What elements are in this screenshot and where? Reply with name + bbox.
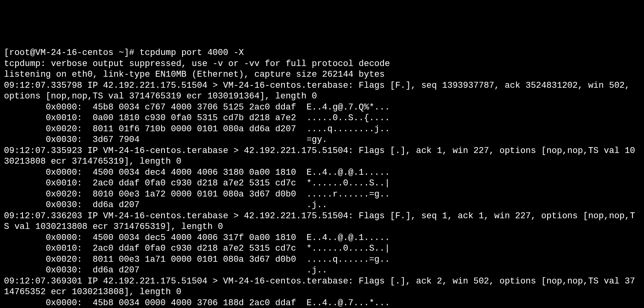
hex-line: 0x0000: 45b8 0034 0000 4000 3706 188d 2a… <box>4 298 390 308</box>
hex-line: 0x0020: 8011 01f6 710b 0000 0101 080a dd… <box>4 124 390 134</box>
hex-line: 0x0000: 4500 0034 dec5 4000 4006 317f 0a… <box>4 233 390 243</box>
hex-line: 0x0020: 8010 00e3 1a72 0000 0101 080a 3d… <box>4 189 390 199</box>
shell-prompt: [root@VM-24-16-centos ~]# <box>4 48 139 58</box>
hex-line: 0x0010: 2ac0 ddaf 0fa0 c930 d218 a7e2 53… <box>4 178 390 188</box>
packet-summary: 09:12:07.369301 IP 42.192.221.175.51504 … <box>4 276 635 297</box>
hex-line: 0x0020: 8011 00e3 1a71 0000 0101 080a 3d… <box>4 255 390 265</box>
terminal-output[interactable]: [root@VM-24-16-centos ~]# tcpdump port 4… <box>4 47 640 308</box>
packet-summary: 09:12:07.335798 IP 42.192.221.175.51504 … <box>4 81 635 102</box>
command-text: tcpdump port 4000 -X <box>139 48 244 58</box>
hex-line: 0x0000: 4500 0034 dec4 4000 4006 3180 0a… <box>4 168 390 178</box>
prompt-line: [root@VM-24-16-centos ~]# tcpdump port 4… <box>4 48 244 58</box>
hex-line: 0x0030: dd6a d207 .j.. <box>4 200 328 210</box>
packet-summary: 09:12:07.335923 IP VM-24-16-centos.terab… <box>4 146 635 167</box>
packet-summary: 09:12:07.336203 IP VM-24-16-centos.terab… <box>4 211 635 232</box>
hex-line: 0x0030: 3d67 7904 =gy. <box>4 135 328 145</box>
tcpdump-header-1: tcpdump: verbose output suppressed, use … <box>4 59 390 69</box>
hex-line: 0x0030: dd6a d207 .j.. <box>4 265 328 275</box>
tcpdump-header-2: listening on eth0, link-type EN10MB (Eth… <box>4 70 385 79</box>
hex-line: 0x0000: 45b8 0034 c767 4000 3706 5125 2a… <box>4 102 390 112</box>
hex-line: 0x0010: 2ac0 ddaf 0fa0 c930 d218 a7e2 53… <box>4 244 390 253</box>
hex-line: 0x0010: 0a00 1810 c930 0fa0 5315 cd7b d2… <box>4 113 390 123</box>
